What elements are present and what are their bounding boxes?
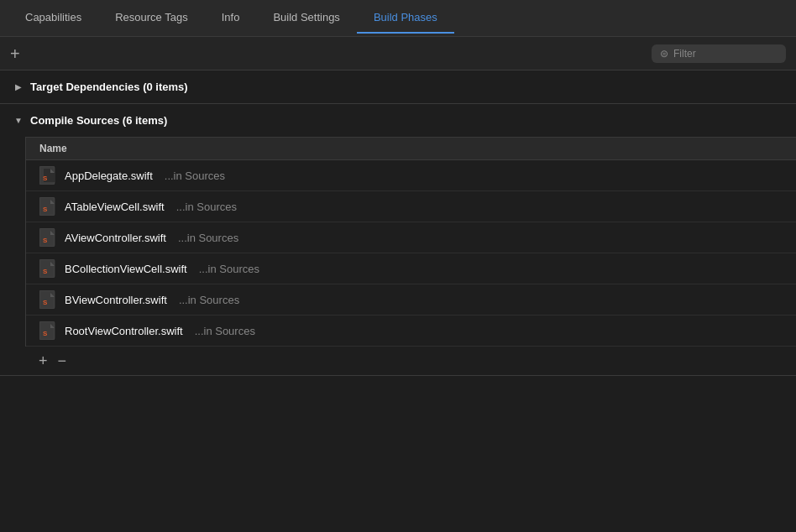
- table-header-name: Name: [39, 143, 67, 154]
- swift-file-icon: S: [39, 197, 56, 216]
- file-location: ...in Sources: [178, 232, 238, 244]
- section-title-compile-sources: Compile Sources (6 items): [30, 114, 167, 127]
- add-file-button[interactable]: +: [39, 353, 48, 368]
- file-name: BViewController.swift: [65, 294, 167, 306]
- svg-text:S: S: [43, 175, 48, 182]
- file-name: ATableViewCell.swift: [65, 201, 165, 213]
- file-location: ...in Sources: [176, 201, 237, 213]
- table-header: Name: [26, 138, 796, 160]
- filter-box: ⊜: [652, 44, 786, 63]
- file-location: ...in Sources: [195, 325, 255, 337]
- table-row[interactable]: S RootViewController.swift ...in Sources: [26, 316, 796, 347]
- main-toolbar: + ⊜: [0, 37, 796, 70]
- sources-table: Name S AppDelegate.swift ...in Sources: [25, 137, 796, 347]
- section-footer: + −: [25, 347, 796, 375]
- tab-build-settings[interactable]: Build Settings: [256, 3, 357, 34]
- section-header-target-dependencies[interactable]: ▶ Target Dependencies (0 items): [0, 70, 796, 103]
- swift-file-icon: S: [39, 166, 56, 185]
- table-row[interactable]: S BViewController.swift ...in Sources: [26, 284, 796, 316]
- svg-text:S: S: [43, 206, 48, 213]
- tab-build-phases[interactable]: Build Phases: [357, 3, 454, 34]
- file-name: BCollectionViewCell.swift: [65, 263, 187, 275]
- svg-text:S: S: [43, 268, 48, 275]
- tab-capabilities[interactable]: Capabilities: [8, 3, 98, 34]
- tab-info[interactable]: Info: [205, 3, 257, 34]
- svg-text:S: S: [43, 299, 48, 306]
- section-compile-sources: ▼ Compile Sources (6 items) Name S AppDe…: [0, 104, 796, 376]
- swift-file-icon: S: [39, 228, 56, 247]
- swift-file-icon: S: [39, 290, 56, 309]
- table-row[interactable]: S AppDelegate.swift ...in Sources: [26, 160, 796, 191]
- content-area: ▶ Target Dependencies (0 items) ▼ Compil…: [0, 70, 796, 376]
- table-row[interactable]: S BCollectionViewCell.swift ...in Source…: [26, 253, 796, 284]
- section-target-dependencies: ▶ Target Dependencies (0 items): [0, 70, 796, 104]
- filter-icon: ⊜: [660, 48, 668, 60]
- remove-file-button[interactable]: −: [58, 353, 67, 368]
- filter-input[interactable]: [673, 48, 778, 60]
- add-phase-button[interactable]: +: [10, 45, 20, 62]
- table-row[interactable]: S ATableViewCell.swift ...in Sources: [26, 191, 796, 222]
- file-name: AppDelegate.swift: [65, 170, 153, 182]
- file-location: ...in Sources: [179, 294, 239, 306]
- swift-file-icon: S: [39, 259, 56, 278]
- swift-file-icon: S: [39, 321, 56, 340]
- svg-text:S: S: [43, 237, 48, 244]
- svg-text:S: S: [43, 330, 48, 337]
- chevron-compile-sources: ▼: [13, 116, 24, 125]
- tab-bar: Capabilities Resource Tags Info Build Se…: [0, 0, 796, 37]
- file-location: ...in Sources: [165, 170, 225, 182]
- file-location: ...in Sources: [199, 263, 259, 275]
- table-row[interactable]: S AViewController.swift ...in Sources: [26, 222, 796, 253]
- chevron-target-dependencies: ▶: [13, 82, 24, 91]
- section-title-target-dependencies: Target Dependencies (0 items): [30, 81, 188, 93]
- file-name: AViewController.swift: [65, 232, 166, 244]
- section-header-compile-sources[interactable]: ▼ Compile Sources (6 items): [0, 104, 796, 137]
- tab-resource-tags[interactable]: Resource Tags: [98, 3, 204, 34]
- file-name: RootViewController.swift: [65, 325, 183, 337]
